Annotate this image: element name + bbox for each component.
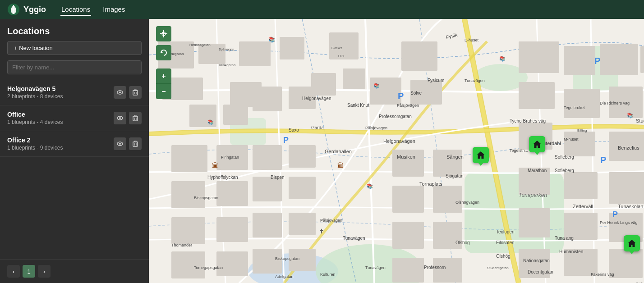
filter-input[interactable] (7, 60, 142, 74)
svg-text:Fysicum: Fysicum (428, 78, 444, 83)
svg-text:🏛: 🏛 (212, 162, 218, 169)
location-actions (114, 137, 142, 150)
svg-rect-77 (392, 186, 424, 213)
svg-text:Docentgatan: Docentgatan (528, 269, 553, 274)
sidebar-title: Locations (0, 19, 149, 41)
eye-icon (117, 115, 123, 121)
main-nav: Locations Images (60, 4, 126, 16)
svg-rect-78 (392, 222, 424, 249)
svg-text:Fakerins väg: Fakerins väg (591, 272, 614, 277)
svg-text:📚: 📚 (207, 119, 214, 125)
svg-text:Sofieberg: Sofieberg (555, 168, 574, 173)
svg-rect-63 (216, 181, 248, 206)
new-location-button[interactable]: + New location (7, 41, 142, 55)
svg-rect-38 (519, 82, 555, 109)
zoom-controls: + − (156, 68, 171, 99)
svg-rect-48 (609, 172, 644, 204)
location-list: Helgonavägen 5 2 blueprints - 8 devices (0, 80, 149, 259)
map-marker-1[interactable] (473, 147, 489, 163)
location-info: Office 2 1 blueprints - 9 devices (7, 137, 114, 151)
view-location-button[interactable] (114, 112, 126, 124)
svg-rect-67 (216, 251, 248, 276)
svg-rect-43 (564, 89, 600, 118)
prev-page-button[interactable]: ‹ (7, 265, 20, 278)
svg-text:Tegelbruket: Tegelbruket (564, 105, 585, 110)
svg-text:Per Henrik Lings väg: Per Henrik Lings väg (600, 220, 638, 225)
svg-text:Zetterväll: Zetterväll (573, 204, 593, 209)
svg-rect-45 (564, 132, 595, 156)
svg-text:Olshög: Olshög (455, 240, 470, 245)
reset-view-button[interactable] (156, 45, 171, 60)
svg-point-8 (119, 143, 121, 145)
svg-text:Helgonavägen: Helgonavägen (383, 138, 415, 144)
map-marker-3[interactable] (624, 235, 640, 251)
svg-rect-39 (564, 46, 595, 75)
svg-text:📚: 📚 (627, 112, 633, 119)
svg-text:Studentkåren: Studentkåren (636, 118, 644, 123)
svg-rect-25 (280, 37, 304, 59)
svg-rect-69 (289, 145, 316, 168)
list-item: Office 2 1 blueprints - 9 devices (0, 131, 149, 157)
svg-text:Thomander: Thomander (171, 243, 192, 247)
svg-text:Helgonavägen: Helgonavägen (302, 96, 331, 101)
view-location-button[interactable] (114, 137, 126, 150)
svg-text:P: P (398, 91, 404, 101)
svg-text:Biskopsgatan: Biskopsgatan (275, 256, 299, 261)
svg-rect-36 (370, 78, 401, 105)
svg-text:📚: 📚 (373, 82, 380, 89)
location-name: Helgonavägen 5 (7, 85, 114, 92)
svg-rect-83 (433, 258, 462, 283)
svg-text:Professorsgatan: Professorsgatan (379, 114, 412, 119)
logo-text: Yggio (23, 5, 46, 14)
svg-text:Sången: Sången (446, 154, 464, 160)
svg-text:Sofieberg: Sofieberg (555, 155, 574, 160)
svg-text:Firingatan: Firingatan (221, 155, 239, 160)
location-name: Office 2 (7, 137, 114, 144)
map-svg: P P P P P P P Fysik Fysicum Sölve Sankt … (149, 19, 644, 283)
next-page-button[interactable]: › (38, 265, 51, 278)
page-number-button[interactable]: 1 (23, 265, 35, 278)
svg-text:Olshög: Olshög (496, 254, 511, 259)
svg-text:Hyphoffslyckan: Hyphoffslyckan (207, 175, 238, 180)
trash-icon (133, 141, 138, 147)
svg-rect-74 (253, 249, 282, 274)
pagination: ‹ 1 › (0, 259, 149, 283)
svg-text:Gärda: Gärda (311, 125, 324, 130)
svg-rect-3 (133, 91, 138, 95)
map-container[interactable]: + − (149, 19, 644, 283)
svg-rect-55 (564, 172, 598, 199)
view-location-button[interactable] (114, 86, 126, 99)
svg-rect-73 (289, 213, 316, 235)
nav-locations[interactable]: Locations (60, 4, 91, 16)
delete-location-button[interactable] (129, 86, 142, 99)
svg-text:📚: 📚 (367, 183, 373, 189)
main-content: Locations + New location Helgonavägen 5 … (0, 19, 644, 283)
svg-rect-72 (253, 213, 282, 237)
location-meta: 1 blueprints - 9 devices (7, 145, 114, 151)
svg-text:🏛: 🏛 (337, 162, 344, 169)
svg-rect-65 (216, 217, 248, 242)
crosshair-button[interactable] (156, 26, 171, 41)
svg-rect-24 (239, 41, 271, 66)
delete-location-button[interactable] (129, 112, 142, 124)
delete-location-button[interactable] (129, 137, 142, 150)
nav-images[interactable]: Images (102, 4, 126, 16)
svg-text:Studentgatan: Studentgatan (487, 266, 509, 270)
svg-rect-40 (600, 44, 638, 75)
map-marker-2[interactable] (529, 136, 545, 152)
sidebar: Locations + New location Helgonavägen 5 … (0, 19, 149, 283)
svg-text:Tunavägen: Tunavägen (465, 78, 485, 83)
svg-rect-41 (640, 46, 644, 73)
location-actions (114, 86, 142, 99)
eye-icon (117, 141, 123, 147)
svg-rect-6 (133, 116, 138, 121)
svg-rect-34 (401, 41, 437, 71)
zoom-in-button[interactable]: + (156, 68, 171, 84)
location-info: Helgonavägen 5 2 blueprints - 8 devices (7, 85, 114, 100)
logo-icon (7, 3, 20, 16)
list-item: Helgonavägen 5 2 blueprints - 8 devices (0, 80, 149, 105)
svg-rect-56 (519, 208, 550, 237)
trash-icon (133, 115, 138, 121)
zoom-out-button[interactable]: − (156, 84, 171, 99)
svg-text:Pålsjövägen: Pålsjövägen (365, 126, 387, 130)
